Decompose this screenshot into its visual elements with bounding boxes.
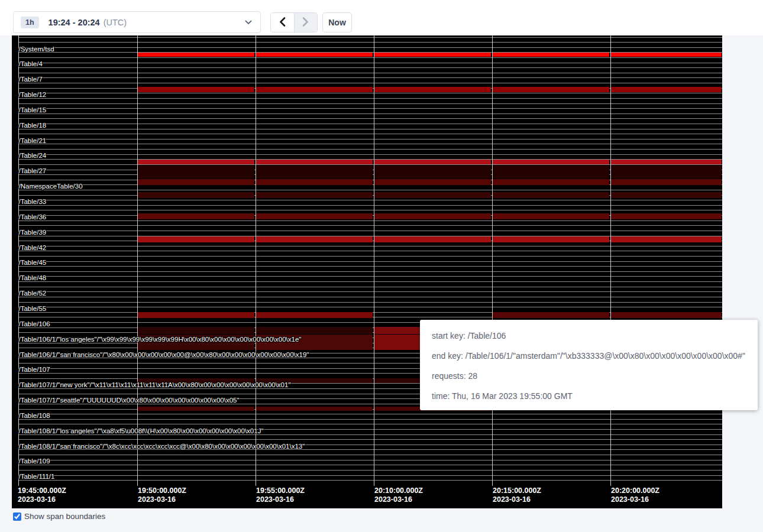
heat-band-segment[interactable] bbox=[493, 236, 609, 242]
tick-date: 2023-03-16 bbox=[256, 495, 305, 504]
span-boundary-line bbox=[18, 281, 722, 282]
heat-band-segment[interactable] bbox=[611, 166, 722, 179]
heat-band-segment[interactable] bbox=[256, 87, 373, 92]
span-boundary-line bbox=[18, 287, 722, 287]
span-boundary-line bbox=[18, 37, 722, 38]
x-axis-tick: 19:50:00.000Z2023-03-16 bbox=[138, 486, 186, 504]
span-boundary-line bbox=[18, 67, 722, 68]
tick-time: 20:15:00.000Z bbox=[493, 486, 541, 495]
heat-band-segment[interactable] bbox=[493, 192, 609, 198]
heat-band-segment[interactable] bbox=[256, 236, 373, 242]
range-duration-badge: 1h bbox=[21, 17, 39, 28]
heat-band-segment[interactable] bbox=[138, 407, 254, 411]
heat-band-segment[interactable] bbox=[493, 179, 609, 185]
heat-band-segment[interactable] bbox=[138, 213, 254, 219]
span-boundary-line bbox=[18, 414, 722, 414]
heat-band-segment[interactable] bbox=[493, 166, 609, 179]
time-gridline bbox=[137, 35, 138, 486]
heat-band-segment[interactable] bbox=[374, 179, 491, 185]
heat-band-segment[interactable] bbox=[256, 312, 373, 318]
heat-band-segment[interactable] bbox=[493, 87, 609, 92]
row-label: /Table/107/1/"new york"/"\x11\x11\x11\x1… bbox=[19, 381, 291, 388]
row-label: /Table/7 bbox=[19, 76, 43, 83]
row-label: /System/tsd bbox=[19, 46, 54, 53]
heat-band-segment[interactable] bbox=[256, 166, 373, 179]
heat-band-segment[interactable] bbox=[374, 192, 491, 198]
span-boundary-line bbox=[18, 129, 722, 129]
tooltip-line: requests: 28 bbox=[432, 366, 746, 386]
row-label: /Table/106/1/"los angeles"/"\x99\x99\x99… bbox=[19, 336, 302, 343]
heat-band-segment[interactable] bbox=[611, 213, 722, 219]
next-interval-button[interactable] bbox=[294, 13, 317, 32]
row-label: /Table/52 bbox=[19, 290, 47, 297]
span-boundary-line bbox=[18, 251, 722, 251]
time-gridline bbox=[492, 35, 493, 486]
heat-band-segment[interactable] bbox=[138, 312, 254, 318]
span-boundary-line bbox=[18, 261, 722, 262]
span-boundary-line bbox=[18, 307, 722, 307]
heat-band-segment[interactable] bbox=[493, 213, 609, 219]
heat-band-segment[interactable] bbox=[138, 236, 254, 242]
heat-band-segment[interactable] bbox=[611, 312, 722, 318]
heat-band-segment[interactable] bbox=[138, 53, 254, 57]
heat-band-segment[interactable] bbox=[138, 179, 254, 185]
time-gridline bbox=[374, 35, 374, 486]
heat-band-segment[interactable] bbox=[493, 160, 609, 164]
heat-band-segment[interactable] bbox=[256, 179, 373, 185]
heat-band-segment[interactable] bbox=[138, 166, 254, 179]
row-label: /Table/108 bbox=[19, 412, 50, 419]
heat-band-segment[interactable] bbox=[493, 312, 609, 318]
heat-band-segment[interactable] bbox=[256, 407, 373, 411]
heat-band-segment[interactable] bbox=[611, 160, 722, 164]
tick-time: 19:45:00.000Z bbox=[18, 486, 66, 495]
range-text: 19:24 - 20:24 bbox=[49, 18, 100, 27]
row-label: /Table/108/1/"los angeles"/"\xa8\xf5\u00… bbox=[19, 427, 264, 434]
heat-band-segment[interactable] bbox=[611, 179, 722, 185]
heat-band-segment[interactable] bbox=[374, 87, 491, 92]
heat-band-segment[interactable] bbox=[138, 327, 254, 334]
row-label: /Table/42 bbox=[19, 244, 47, 251]
key-visualizer-canvas[interactable]: /System/tsd/Table/4/Table/7/Table/12/Tab… bbox=[12, 35, 722, 508]
span-boundary-line bbox=[18, 225, 722, 226]
heat-band-segment[interactable] bbox=[256, 53, 373, 57]
heat-band-segment[interactable] bbox=[611, 53, 722, 57]
span-boundary-line bbox=[18, 57, 722, 58]
span-boundary-line bbox=[18, 266, 722, 267]
heat-band-segment[interactable] bbox=[256, 192, 373, 198]
row-label: /Table/107 bbox=[19, 366, 50, 373]
row-label: /Table/12 bbox=[19, 91, 47, 98]
heat-band-segment[interactable] bbox=[374, 53, 491, 57]
heat-band-segment[interactable] bbox=[611, 87, 722, 92]
previous-interval-button[interactable] bbox=[271, 13, 294, 32]
heat-band-segment[interactable] bbox=[256, 160, 373, 164]
row-label: /Table/4 bbox=[19, 60, 43, 67]
tick-date: 2023-03-16 bbox=[493, 495, 541, 504]
heat-band-segment[interactable] bbox=[138, 160, 254, 164]
span-boundary-line bbox=[18, 113, 722, 114]
now-button[interactable]: Now bbox=[322, 12, 352, 33]
heat-band-segment[interactable] bbox=[374, 213, 491, 219]
heat-band-segment[interactable] bbox=[374, 160, 491, 164]
span-boundary-line bbox=[18, 439, 722, 440]
heat-band-segment[interactable] bbox=[611, 236, 722, 242]
heat-band-segment[interactable] bbox=[374, 236, 491, 242]
heat-band-segment[interactable] bbox=[493, 53, 609, 57]
span-boundary-line bbox=[18, 93, 722, 93]
span-boundary-line bbox=[18, 98, 722, 99]
row-label: /Table/21 bbox=[19, 137, 47, 144]
range-timezone: (UTC) bbox=[104, 18, 127, 27]
show-span-boundaries-checkbox[interactable] bbox=[13, 512, 21, 521]
x-axis-tick: 20:20:00.000Z2023-03-16 bbox=[611, 486, 659, 504]
time-range-selector[interactable]: 1h 19:24 - 20:24 (UTC) bbox=[13, 11, 261, 33]
heat-band-segment[interactable] bbox=[374, 166, 491, 179]
tooltip-line: start key: /Table/106 bbox=[432, 326, 746, 346]
heat-band-segment[interactable] bbox=[256, 213, 373, 219]
span-boundary-line bbox=[18, 190, 722, 190]
row-label: /NamespaceTable/30 bbox=[19, 183, 83, 190]
heat-band-segment[interactable] bbox=[138, 87, 254, 92]
row-label: /Table/55 bbox=[19, 305, 47, 312]
heat-band-segment[interactable] bbox=[256, 327, 373, 334]
heat-band-segment[interactable] bbox=[611, 192, 722, 198]
heat-band-segment[interactable] bbox=[138, 192, 254, 198]
span-boundary-line bbox=[18, 139, 722, 140]
